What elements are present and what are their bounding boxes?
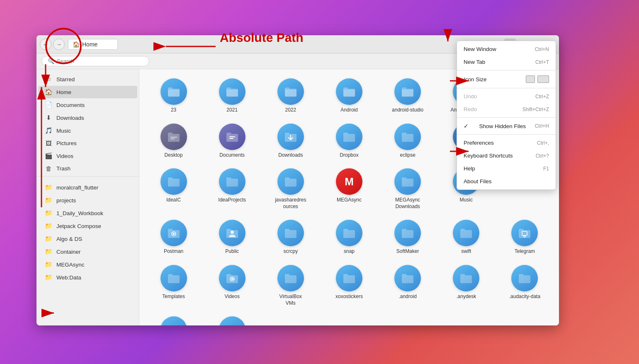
cm-help[interactable]: Help F1	[457, 162, 556, 175]
folder-item-swift[interactable]: swift	[439, 217, 494, 257]
cm-about[interactable]: About Files	[457, 175, 556, 188]
folder-item-23[interactable]: 23	[146, 76, 201, 116]
cm-show-hidden-shortcut: Ctrl+H	[535, 123, 549, 129]
cm-keyboard-shortcuts[interactable]: Keyboard Shortcuts Ctrl+?	[457, 149, 556, 162]
videos-icon: 🎬	[45, 152, 52, 160]
sidebar-item-documents[interactable]: 📄 Documents	[38, 99, 137, 111]
cm-undo-label: Undo	[464, 93, 477, 99]
cm-undo-shortcut: Ctrl+Z	[535, 94, 549, 99]
cm-show-hidden-label: Show Hidden Files	[479, 123, 526, 129]
folder-item-2021[interactable]: 2021	[204, 76, 260, 116]
sidebar-item-videos[interactable]: 🎬 Videos	[38, 150, 137, 162]
folder-name-public: Public	[225, 248, 239, 255]
sidebar-item-label: 1_Daily_Workbook	[56, 210, 103, 216]
cm-redo[interactable]: Redo Shift+Ctrl+Z	[457, 103, 556, 116]
sidebar-item-1-daily-workbook[interactable]: 📁 1_Daily_Workbook	[38, 207, 137, 219]
folder-item-javasharedresources[interactable]: javasharedresources	[263, 166, 318, 212]
folder-item-ideaprojects[interactable]: IdeaProjects	[204, 166, 260, 212]
folder-icon-eclipse	[394, 124, 421, 150]
cm-new-tab[interactable]: New Tab Ctrl+T	[457, 56, 556, 68]
cm-size-large[interactable]	[537, 75, 549, 83]
folder-item-public[interactable]: Public	[204, 217, 260, 257]
sidebar-item-megasync[interactable]: 📁 MEGAsync	[38, 258, 137, 271]
back-button[interactable]: ←	[40, 39, 51, 50]
folder-item-anydesk[interactable]: .anydesk	[439, 262, 494, 309]
folder-name-2022: 2022	[285, 107, 296, 114]
sidebar-item-projects[interactable]: 📁 projects	[38, 194, 137, 206]
folder-icon-android-studio	[394, 78, 421, 105]
folder-item-softmaker[interactable]: SoftMaker	[380, 217, 435, 257]
folder-name-audacity-data: .audacity-data	[509, 294, 540, 300]
folder-item-android[interactable]: Android	[321, 76, 377, 116]
folder-item-cache[interactable]: .cache	[146, 314, 201, 325]
cm-undo[interactable]: Undo Ctrl+Z	[457, 90, 556, 103]
folder-name-swift: swift	[461, 248, 471, 255]
folder-item-desktop[interactable]: Desktop	[146, 121, 201, 161]
folder-item-dropbox[interactable]: Dropbox	[321, 121, 377, 161]
sidebar-item-container[interactable]: 📁 Container	[38, 245, 137, 258]
folder-item-telegram[interactable]: Telegram	[497, 217, 552, 257]
path-text: Home	[82, 41, 97, 48]
folder-icon: 📁	[45, 197, 52, 204]
cm-new-tab-shortcut: Ctrl+T	[535, 59, 549, 65]
folder-item-snap[interactable]: snap	[321, 217, 377, 257]
sidebar-item-jetpack-compose[interactable]: 📁 Jetpack Compose	[38, 220, 137, 232]
cm-divider-1	[457, 70, 556, 70]
sidebar-item-downloads[interactable]: ⬇ Downloads	[38, 112, 137, 124]
folder-name-templates: Templates	[162, 294, 185, 300]
sidebar: ☆ Starred 🏠 Home 📄 Documents ⬇ Downloads…	[36, 69, 139, 325]
svg-rect-14	[170, 137, 177, 138]
cm-show-hidden[interactable]: ✓ Show Hidden Files Ctrl+H	[457, 119, 556, 133]
sidebar-item-web-data[interactable]: 📁 Web:Data	[38, 271, 137, 284]
sidebar-item-label: Web:Data	[56, 274, 81, 281]
folder-item-ccache[interactable]: .ccache	[204, 314, 260, 325]
svg-rect-15	[170, 138, 175, 139]
cm-icon-size[interactable]: Icon Size	[457, 72, 556, 86]
cm-divider-4	[457, 134, 556, 135]
folder-name-desktop: Desktop	[165, 152, 183, 159]
folder-item-scrcpy[interactable]: scrcpy	[263, 217, 318, 257]
home-icon: 🏠	[45, 88, 52, 96]
folder-item-eclipse[interactable]: eclipse	[380, 121, 435, 161]
folder-icon-idealc	[160, 168, 187, 195]
sidebar-item-moralcraft-flutter[interactable]: 📁 moralcraft_flutter	[38, 181, 137, 194]
cm-help-label: Help	[464, 165, 475, 172]
folder-item-virtualboxvms[interactable]: VirtualBox VMs	[263, 262, 318, 309]
folder-item-android-studio[interactable]: android-studio	[380, 76, 435, 116]
folder-icon-megasyncdownloads	[394, 168, 421, 195]
folder-name-postman: Postman	[164, 248, 183, 255]
sidebar-item-pictures[interactable]: 🖼 Pictures	[38, 137, 137, 149]
cm-new-tab-label: New Tab	[464, 59, 485, 65]
folder-item-idealc[interactable]: IdeaIC	[146, 166, 201, 212]
folder-item-android-hidden[interactable]: .android	[380, 262, 435, 309]
sidebar-item-music[interactable]: 🎵 Music	[38, 124, 137, 137]
folder-name-downloads2: Downloads	[278, 152, 303, 159]
search-icon: 🔍	[48, 58, 54, 64]
svg-point-20	[231, 231, 234, 234]
folder-item-postman[interactable]: Postman	[146, 217, 201, 257]
search-box[interactable]: 🔍 Search	[41, 56, 149, 66]
cm-new-window-label: New Window	[464, 46, 496, 52]
sidebar-item-algo-ds[interactable]: 📁 Algo & DS	[38, 233, 137, 245]
folder-item-2022[interactable]: 2022	[263, 76, 318, 116]
cm-size-small[interactable]	[526, 75, 535, 83]
folder-icon-virtualboxvms	[277, 265, 304, 291]
folder-item-templates[interactable]: Templates	[146, 262, 201, 309]
folder-item-megasyncdownloads[interactable]: MEGAsync Downloads	[380, 166, 435, 212]
folder-item-audacity-data[interactable]: .audacity-data	[497, 262, 552, 309]
sidebar-item-starred[interactable]: ☆ Starred	[38, 73, 137, 85]
sidebar-item-label: Music	[56, 128, 71, 134]
folder-name-virtualboxvms: VirtualBox VMs	[274, 294, 307, 306]
path-bar[interactable]: 🏠 Home	[68, 39, 118, 50]
folder-item-videos2[interactable]: Videos	[204, 262, 260, 309]
sidebar-item-trash[interactable]: 🗑 Trash	[38, 163, 137, 175]
starred-icon: ☆	[45, 75, 52, 83]
folder-item-documents2[interactable]: Documents	[204, 121, 260, 161]
folder-item-megasync2[interactable]: M MEGAsync	[321, 166, 377, 212]
folder-item-xoxostickers[interactable]: xoxostickers	[321, 262, 377, 309]
cm-preferences[interactable]: Preferences Ctrl+,	[457, 136, 556, 149]
cm-new-window[interactable]: New Window Ctrl+N	[457, 43, 556, 56]
sidebar-item-home[interactable]: 🏠 Home	[38, 86, 137, 98]
folder-item-downloads2[interactable]: Downloads	[263, 121, 318, 161]
forward-button[interactable]: →	[53, 39, 65, 50]
